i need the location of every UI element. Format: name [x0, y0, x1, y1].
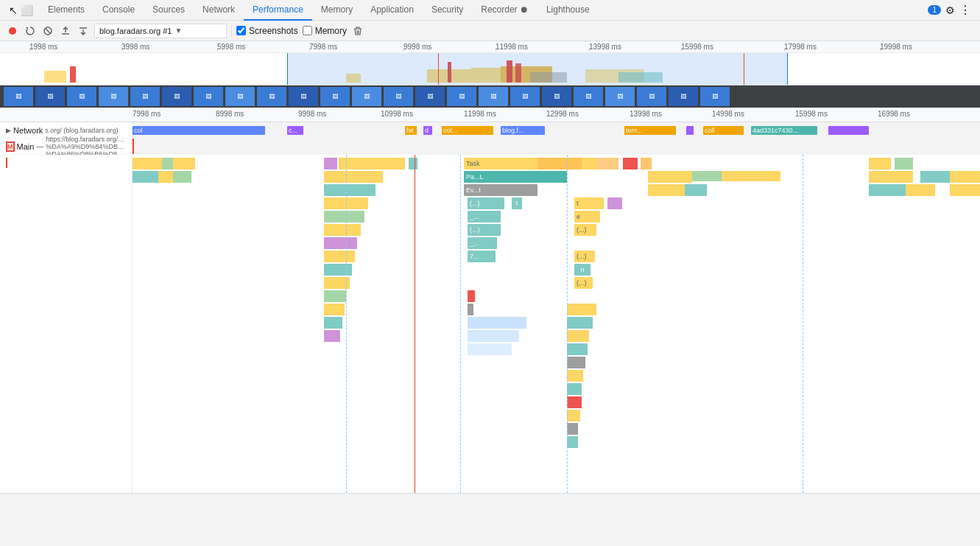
bar-green1[interactable]: [692, 171, 722, 181]
bar-orange1[interactable]: [537, 158, 582, 169]
bar-blue-light1[interactable]: [468, 317, 526, 329]
screenshot-thumb[interactable]: 🖼: [320, 87, 350, 106]
bar-mid9[interactable]: [324, 237, 357, 249]
bar-left6[interactable]: [173, 171, 191, 183]
tab-network[interactable]: Network: [194, 0, 244, 21]
net-bar-tem[interactable]: tem...: [624, 126, 676, 135]
bar-left3[interactable]: [173, 158, 195, 169]
screenshot-thumb[interactable]: 🖼: [4, 87, 33, 106]
bar-right9[interactable]: [950, 184, 980, 196]
screenshot-thumb[interactable]: 🖼: [352, 87, 381, 106]
net-bar-col2[interactable]: col...: [442, 126, 493, 135]
detail-timeline[interactable]: 7998 ms 8998 ms 9998 ms 10998 ms 11998 m…: [0, 108, 980, 546]
delete-recording-button[interactable]: [351, 24, 364, 38]
screenshot-thumb[interactable]: 🖼: [384, 87, 413, 106]
bar-blue-light3[interactable]: [468, 343, 512, 355]
bar-teal3[interactable]: [567, 383, 582, 395]
bar-under2[interactable]: _...: [468, 237, 497, 249]
bar-yellow5[interactable]: [567, 410, 580, 421]
screenshot-thumb[interactable]: 🖼: [669, 87, 698, 106]
bar-right4[interactable]: [920, 171, 950, 183]
bar-wide1[interactable]: [648, 171, 692, 183]
main-track-label[interactable]: M Main — https://blog.faradars.org/%D9%8…: [0, 139, 133, 154]
net-bar-c[interactable]: c...: [287, 126, 303, 135]
bar-blue-light2[interactable]: [468, 330, 519, 342]
screenshot-thumb[interactable]: 🖼: [67, 87, 96, 106]
screenshot-thumb[interactable]: 🖼: [479, 87, 508, 106]
record-button[interactable]: [6, 24, 19, 38]
bar-orange3[interactable]: [641, 158, 652, 169]
bar-mid3[interactable]: [409, 158, 417, 169]
screenshot-thumb[interactable]: 🖼: [162, 87, 191, 106]
bar-mid10[interactable]: [324, 251, 355, 262]
screenshot-thumb[interactable]: 🖼: [130, 87, 160, 106]
screenshot-thumb[interactable]: 🖼: [605, 87, 635, 106]
bar-yellow2[interactable]: [567, 304, 596, 315]
bar-yellow1[interactable]: t: [574, 197, 604, 209]
screenshot-thumb[interactable]: 🖼: [542, 87, 571, 106]
bar-teal2[interactable]: [567, 343, 588, 355]
screenshot-thumb[interactable]: 🖼: [35, 87, 65, 106]
net-bar-end[interactable]: [828, 126, 869, 135]
bar-mid5[interactable]: [324, 184, 376, 196]
bar-grey1[interactable]: [468, 304, 473, 315]
bar-teal4[interactable]: [567, 436, 578, 448]
screenshot-thumb[interactable]: 🖼: [257, 87, 286, 106]
bar-mid14[interactable]: [324, 304, 345, 315]
bar-right2[interactable]: [895, 158, 913, 169]
clear-button[interactable]: [41, 24, 54, 38]
bar-grey3[interactable]: [567, 423, 578, 435]
bar-yellow3[interactable]: [567, 330, 589, 342]
bar-mid13[interactable]: [324, 290, 346, 302]
net-bar-col[interactable]: col: [133, 126, 265, 135]
tab-performance[interactable]: Performance: [244, 0, 312, 21]
bar-right8[interactable]: [906, 184, 935, 196]
upload-button[interactable]: [59, 24, 72, 38]
bar-right3[interactable]: [869, 171, 913, 183]
device-icon[interactable]: ⬜: [21, 4, 33, 16]
net-bar-coll[interactable]: coll: [703, 126, 744, 135]
bar-mid15[interactable]: [324, 317, 342, 329]
net-bar-4ad[interactable]: 4ad331c7430...: [751, 126, 817, 135]
tab-console[interactable]: Console: [94, 0, 144, 21]
tab-recorder[interactable]: Recorder ⏺: [472, 0, 537, 21]
bar-grey2[interactable]: [567, 357, 585, 368]
expand-arrow-icon[interactable]: ▶: [6, 127, 11, 134]
memory-checkbox[interactable]: [303, 26, 312, 35]
bar-dots4[interactable]: (...): [574, 251, 595, 262]
bar-right7[interactable]: [869, 184, 906, 196]
tab-application[interactable]: Application: [362, 0, 423, 21]
bar-right5[interactable]: [950, 171, 980, 183]
bar-mid1[interactable]: [324, 158, 337, 169]
inspector-icon[interactable]: ↖: [9, 4, 18, 16]
screenshots-checkbox[interactable]: [236, 26, 246, 35]
screenshot-thumb[interactable]: 🖼: [574, 87, 603, 106]
bar-mid7[interactable]: [324, 211, 364, 223]
bar-left4[interactable]: [133, 171, 158, 183]
bar-left5[interactable]: [158, 171, 173, 183]
bar-mid4[interactable]: [324, 171, 383, 183]
bar-mid2[interactable]: [339, 158, 405, 169]
screenshot-thumb[interactable]: 🖼: [415, 87, 445, 106]
bar-under1[interactable]: _...: [468, 211, 501, 223]
more-icon[interactable]: ⋮: [959, 3, 971, 17]
screenshot-thumb[interactable]: 🖼: [637, 87, 666, 106]
tab-lighthouse[interactable]: Lighthouse: [537, 0, 599, 21]
screenshot-thumb[interactable]: 🖼: [510, 87, 540, 106]
screenshot-thumb[interactable]: 🖼: [225, 87, 255, 106]
screenshots-checkbox-label[interactable]: Screenshots: [236, 26, 298, 36]
bar-dots3[interactable]: (...): [574, 224, 596, 236]
reload-record-button[interactable]: [24, 24, 37, 38]
bar-yellow4[interactable]: [567, 370, 583, 382]
net-bar-hit[interactable]: hit: [405, 126, 417, 135]
event-bar[interactable]: Ev...t: [464, 184, 537, 196]
bar-right1[interactable]: [869, 158, 891, 169]
bar-mid11[interactable]: [324, 264, 352, 276]
tab-memory[interactable]: Memory: [312, 0, 362, 21]
net-bar-blog[interactable]: blog.f...: [501, 126, 545, 135]
bar-e1[interactable]: e: [574, 211, 600, 223]
timeline-overview[interactable]: 1998 ms 3998 ms 5998 ms 7998 ms 9998 ms …: [0, 41, 980, 85]
screenshot-thumb[interactable]: 🖼: [447, 87, 476, 106]
bar-wide3[interactable]: [648, 184, 685, 196]
screenshot-thumb[interactable]: 🖼: [99, 87, 128, 106]
